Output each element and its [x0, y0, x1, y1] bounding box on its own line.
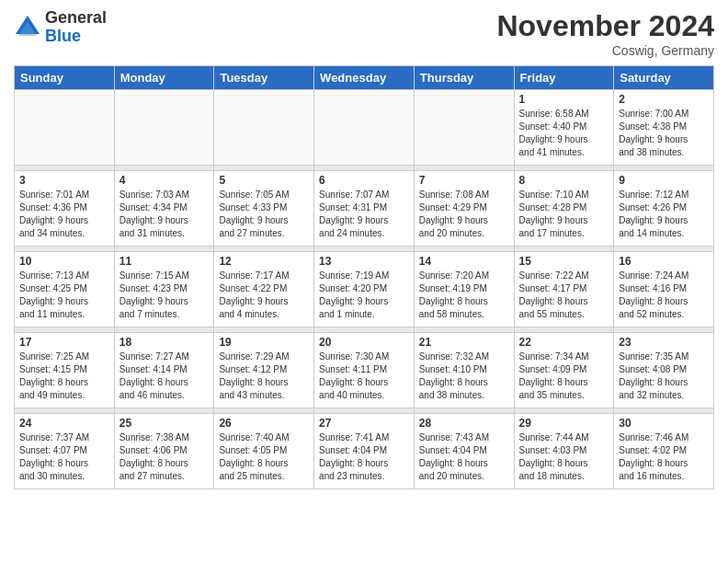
day-number: 27	[319, 417, 409, 430]
day-number: 28	[419, 417, 509, 430]
day-number: 17	[19, 336, 109, 349]
calendar-table: Sunday Monday Tuesday Wednesday Thursday…	[14, 65, 714, 489]
col-tuesday: Tuesday	[214, 66, 314, 90]
calendar-cell: 11Sunrise: 7:15 AM Sunset: 4:23 PM Dayli…	[114, 252, 214, 327]
day-number: 1	[519, 93, 609, 106]
calendar-cell: 7Sunrise: 7:08 AM Sunset: 4:29 PM Daylig…	[414, 171, 514, 247]
col-monday: Monday	[114, 66, 214, 90]
calendar-cell: 1Sunrise: 6:58 AM Sunset: 4:40 PM Daylig…	[514, 90, 614, 166]
day-number: 5	[219, 174, 309, 187]
day-number: 19	[219, 336, 309, 349]
logo-icon	[14, 14, 41, 41]
calendar-cell: 6Sunrise: 7:07 AM Sunset: 4:31 PM Daylig…	[314, 171, 415, 247]
col-sunday: Sunday	[15, 66, 115, 90]
calendar-cell: 21Sunrise: 7:32 AM Sunset: 4:10 PM Dayli…	[414, 333, 514, 408]
month-title: November 2024	[496, 9, 714, 43]
day-number: 15	[519, 255, 609, 268]
day-info: Sunrise: 7:10 AM Sunset: 4:28 PM Dayligh…	[519, 189, 609, 240]
calendar-cell: 16Sunrise: 7:24 AM Sunset: 4:16 PM Dayli…	[614, 252, 714, 327]
day-number: 2	[619, 93, 709, 106]
day-number: 3	[19, 174, 109, 187]
calendar-header-row: Sunday Monday Tuesday Wednesday Thursday…	[15, 66, 714, 90]
calendar-cell: 4Sunrise: 7:03 AM Sunset: 4:34 PM Daylig…	[114, 171, 214, 247]
location: Coswig, Germany	[496, 43, 714, 58]
day-number: 6	[319, 174, 409, 187]
col-wednesday: Wednesday	[314, 66, 415, 90]
page-container: General Blue November 2024 Coswig, Germa…	[0, 0, 728, 499]
day-info: Sunrise: 7:08 AM Sunset: 4:29 PM Dayligh…	[419, 189, 509, 240]
day-number: 26	[219, 417, 309, 430]
calendar-week-1: 1Sunrise: 6:58 AM Sunset: 4:40 PM Daylig…	[15, 90, 714, 166]
day-info: Sunrise: 7:24 AM Sunset: 4:16 PM Dayligh…	[619, 270, 709, 321]
logo-general: General	[45, 9, 107, 28]
day-number: 29	[519, 417, 609, 430]
col-thursday: Thursday	[414, 66, 514, 90]
page-header: General Blue November 2024 Coswig, Germa…	[14, 9, 714, 58]
calendar-cell: 22Sunrise: 7:34 AM Sunset: 4:09 PM Dayli…	[514, 333, 614, 408]
calendar-week-4: 17Sunrise: 7:25 AM Sunset: 4:15 PM Dayli…	[15, 333, 714, 408]
day-number: 24	[19, 417, 109, 430]
day-number: 22	[519, 336, 609, 349]
day-number: 12	[219, 255, 309, 268]
logo-text: General Blue	[45, 9, 107, 46]
calendar-cell: 15Sunrise: 7:22 AM Sunset: 4:17 PM Dayli…	[514, 252, 614, 327]
day-info: Sunrise: 7:44 AM Sunset: 4:03 PM Dayligh…	[519, 431, 609, 483]
day-number: 10	[19, 255, 109, 268]
day-info: Sunrise: 7:00 AM Sunset: 4:38 PM Dayligh…	[619, 108, 709, 159]
day-info: Sunrise: 7:12 AM Sunset: 4:26 PM Dayligh…	[619, 189, 709, 240]
calendar-cell: 30Sunrise: 7:46 AM Sunset: 4:02 PM Dayli…	[614, 414, 714, 489]
day-info: Sunrise: 7:01 AM Sunset: 4:36 PM Dayligh…	[19, 189, 109, 240]
calendar-cell	[15, 90, 115, 166]
day-number: 30	[619, 417, 709, 430]
calendar-cell: 28Sunrise: 7:43 AM Sunset: 4:04 PM Dayli…	[414, 414, 514, 489]
calendar-cell	[414, 90, 514, 166]
day-number: 14	[419, 255, 509, 268]
calendar-cell: 24Sunrise: 7:37 AM Sunset: 4:07 PM Dayli…	[15, 414, 115, 489]
calendar-week-5: 24Sunrise: 7:37 AM Sunset: 4:07 PM Dayli…	[15, 414, 714, 489]
day-info: Sunrise: 7:19 AM Sunset: 4:20 PM Dayligh…	[319, 270, 409, 321]
day-info: Sunrise: 7:41 AM Sunset: 4:04 PM Dayligh…	[319, 431, 409, 483]
calendar-cell	[114, 90, 214, 166]
day-number: 11	[119, 255, 210, 268]
day-info: Sunrise: 7:40 AM Sunset: 4:05 PM Dayligh…	[219, 431, 309, 483]
calendar-cell: 29Sunrise: 7:44 AM Sunset: 4:03 PM Dayli…	[514, 414, 614, 489]
day-number: 20	[319, 336, 409, 349]
day-info: Sunrise: 6:58 AM Sunset: 4:40 PM Dayligh…	[519, 108, 609, 159]
day-number: 9	[619, 174, 709, 187]
calendar-cell: 19Sunrise: 7:29 AM Sunset: 4:12 PM Dayli…	[214, 333, 314, 408]
calendar-cell: 14Sunrise: 7:20 AM Sunset: 4:19 PM Dayli…	[414, 252, 514, 327]
calendar-week-2: 3Sunrise: 7:01 AM Sunset: 4:36 PM Daylig…	[15, 171, 714, 247]
day-info: Sunrise: 7:25 AM Sunset: 4:15 PM Dayligh…	[19, 350, 109, 402]
day-number: 7	[419, 174, 509, 187]
calendar-week-3: 10Sunrise: 7:13 AM Sunset: 4:25 PM Dayli…	[15, 252, 714, 327]
day-info: Sunrise: 7:35 AM Sunset: 4:08 PM Dayligh…	[619, 350, 709, 402]
day-number: 4	[119, 174, 210, 187]
logo: General Blue	[14, 9, 107, 46]
day-info: Sunrise: 7:07 AM Sunset: 4:31 PM Dayligh…	[319, 189, 409, 240]
calendar-cell: 18Sunrise: 7:27 AM Sunset: 4:14 PM Dayli…	[114, 333, 214, 408]
day-info: Sunrise: 7:22 AM Sunset: 4:17 PM Dayligh…	[519, 270, 609, 321]
calendar-cell: 26Sunrise: 7:40 AM Sunset: 4:05 PM Dayli…	[214, 414, 314, 489]
day-number: 8	[519, 174, 609, 187]
day-info: Sunrise: 7:38 AM Sunset: 4:06 PM Dayligh…	[119, 431, 210, 483]
calendar-cell: 9Sunrise: 7:12 AM Sunset: 4:26 PM Daylig…	[614, 171, 714, 247]
calendar-cell: 23Sunrise: 7:35 AM Sunset: 4:08 PM Dayli…	[614, 333, 714, 408]
calendar-cell: 13Sunrise: 7:19 AM Sunset: 4:20 PM Dayli…	[314, 252, 415, 327]
day-info: Sunrise: 7:29 AM Sunset: 4:12 PM Dayligh…	[219, 350, 309, 402]
day-info: Sunrise: 7:32 AM Sunset: 4:10 PM Dayligh…	[419, 350, 509, 402]
day-number: 16	[619, 255, 709, 268]
day-number: 13	[319, 255, 409, 268]
calendar-cell	[314, 90, 415, 166]
day-info: Sunrise: 7:27 AM Sunset: 4:14 PM Dayligh…	[119, 350, 210, 402]
day-number: 23	[619, 336, 709, 349]
day-number: 25	[119, 417, 210, 430]
col-friday: Friday	[514, 66, 614, 90]
calendar-cell: 12Sunrise: 7:17 AM Sunset: 4:22 PM Dayli…	[214, 252, 314, 327]
day-number: 21	[419, 336, 509, 349]
title-section: November 2024 Coswig, Germany	[496, 9, 714, 58]
day-info: Sunrise: 7:43 AM Sunset: 4:04 PM Dayligh…	[419, 431, 509, 483]
calendar-cell: 8Sunrise: 7:10 AM Sunset: 4:28 PM Daylig…	[514, 171, 614, 247]
calendar-cell: 27Sunrise: 7:41 AM Sunset: 4:04 PM Dayli…	[314, 414, 415, 489]
day-info: Sunrise: 7:46 AM Sunset: 4:02 PM Dayligh…	[619, 431, 709, 483]
day-info: Sunrise: 7:20 AM Sunset: 4:19 PM Dayligh…	[419, 270, 509, 321]
